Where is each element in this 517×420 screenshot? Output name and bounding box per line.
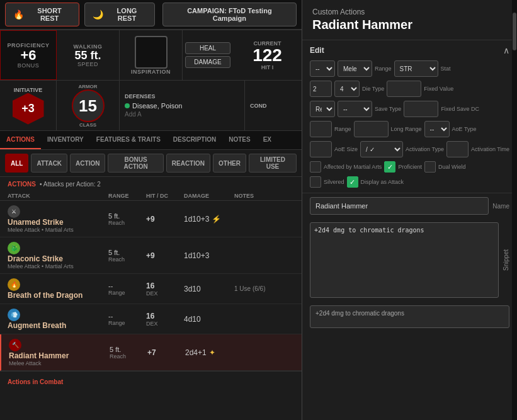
action-hit: 16 xyxy=(146,312,184,321)
attack-type-select-2[interactable]: Mele xyxy=(338,60,372,77)
initiative-label: INITIATIVE xyxy=(14,87,42,93)
action-hit-cell: 16 DEX xyxy=(146,312,184,327)
filter-all[interactable]: ALL xyxy=(5,154,28,173)
tab-description[interactable]: DESCRIPTION xyxy=(167,131,222,149)
filter-other[interactable]: OTHER xyxy=(213,154,246,173)
long-rest-button[interactable]: 🌙 LONG REST xyxy=(84,3,155,26)
action-icon: ⚔ xyxy=(8,205,20,218)
table-row[interactable]: 🔨 Radiant Hammer Melee Attack 5 ft. Reac… xyxy=(0,334,302,371)
proficient-checkbox[interactable]: ✓ xyxy=(384,161,395,173)
collapse-button[interactable]: ∧ xyxy=(503,45,509,55)
defense-text: Disease, Poison xyxy=(132,102,183,110)
action-range: 5 ft. xyxy=(110,346,147,353)
activation-time-input[interactable] xyxy=(446,141,469,157)
action-name: Breath of the Dragon xyxy=(8,291,108,300)
action-damage: 2d4+1 ✦ xyxy=(185,348,236,357)
die-type-select[interactable]: 4 xyxy=(334,81,360,97)
fixed-value-label: Fixed Value xyxy=(424,86,453,92)
armor-class-label: CLASS xyxy=(79,122,96,128)
long-range-label: Long Range xyxy=(391,126,422,132)
table-row[interactable]: ⚔ Unarmed Strike Melee Attack • Martial … xyxy=(0,201,302,237)
filter-action[interactable]: ACTION xyxy=(70,154,105,173)
table-row[interactable]: 🐉 Draconic Strike Melee Attack • Martial… xyxy=(0,237,302,274)
fixed-save-dc-input[interactable] xyxy=(404,101,438,117)
stat-select[interactable]: STR xyxy=(394,60,438,77)
action-range-cell: 5 ft. Reach xyxy=(108,212,146,226)
actions-title: ACTIONS xyxy=(8,181,36,188)
table-row[interactable]: 💨 Augment Breath -- Range 16 DEX 4d10 xyxy=(0,304,302,334)
action-name-cell: 💨 Augment Breath xyxy=(8,308,108,330)
save-type-select[interactable]: -- xyxy=(338,101,372,117)
form-row-martial: Affected by Martial Arts ✓ Proficient Du… xyxy=(310,161,509,173)
damage-button[interactable]: DAMAGE xyxy=(185,56,230,68)
action-range: -- xyxy=(108,312,146,320)
action-name-cell: ⚔ Unarmed Strike Melee Attack • Martial … xyxy=(8,205,108,233)
moon-icon: 🌙 xyxy=(93,9,103,20)
display-as-attack-checkbox[interactable]: ✓ xyxy=(347,176,358,188)
proficiency-value: +6 xyxy=(20,48,36,62)
form-grid: -- Mele Range STR Stat xyxy=(310,60,509,188)
form-row-dice: 4 Die Type Fixed Value xyxy=(310,81,509,97)
initiative-box: INITIATIVE +3 xyxy=(0,81,57,130)
current-hp-box: CURRENT 122 HIT I xyxy=(233,38,302,73)
attack-type-select-1[interactable]: -- xyxy=(310,60,335,77)
armor-value: 15 xyxy=(72,89,105,122)
aoe-type-label: AoE Type xyxy=(452,126,477,132)
filter-limited-use[interactable]: LIMITED USE xyxy=(249,154,297,173)
filter-bonus-action[interactable]: BONUS ACTION xyxy=(108,154,163,173)
col-damage: DAMAGE xyxy=(184,193,234,199)
action-hit-sub: DEX xyxy=(146,290,184,297)
silvered-checkbox[interactable] xyxy=(310,176,321,188)
action-icon: 🔨 xyxy=(9,339,21,351)
armor-label: ARMOR xyxy=(78,84,97,89)
tab-extra[interactable]: EX xyxy=(257,131,278,149)
fixed-save-dc-label: Fixed Save DC xyxy=(441,106,479,112)
action-name-cell: 🔥 Breath of the Dragon xyxy=(8,278,108,300)
inspiration-box: INSPIRATION xyxy=(120,30,183,80)
long-range-input[interactable] xyxy=(354,121,389,137)
aoe-size-input[interactable] xyxy=(310,141,332,157)
filter-reaction[interactable]: REACTION xyxy=(166,154,210,173)
action-range-cell: -- Range xyxy=(108,282,146,296)
action-subtitle: Melee Attack xyxy=(9,360,110,366)
fixed-value-input[interactable] xyxy=(387,81,421,97)
notes-preview: +2d4 dmg to chromatic dragons xyxy=(310,305,509,328)
form-row-range: Range Long Range -- AoE Type xyxy=(310,121,509,137)
action-damage: 4d10 xyxy=(184,315,234,324)
hit-label: HIT I xyxy=(261,64,274,71)
action-subtitle: Melee Attack • Martial Arts xyxy=(8,227,108,233)
form-row-damage: Re -- Save Type Fixed Save DC xyxy=(310,101,509,117)
conditions-title: COND xyxy=(250,103,297,109)
filter-attack[interactable]: ATTACK xyxy=(31,154,67,173)
walking-box: WALKING 55 ft. SPEED xyxy=(57,30,120,80)
panel-title: Radiant Hammer xyxy=(312,18,507,32)
table-row[interactable]: 🔥 Breath of the Dragon -- Range 16 DEX 3… xyxy=(0,274,302,304)
aoe-type-select[interactable]: -- xyxy=(424,121,450,137)
action-icon: 💨 xyxy=(8,309,20,321)
tab-inventory[interactable]: INVENTORY xyxy=(41,131,90,149)
campaign-button[interactable]: CAMPAIGN: FToD Testing Campaign xyxy=(162,3,297,26)
action-name: Unarmed Strike xyxy=(8,218,108,227)
tab-notes[interactable]: NOTES xyxy=(222,131,256,149)
damage-type-select[interactable]: Re xyxy=(310,101,335,117)
tab-features-traits[interactable]: FEATURES & TRAITS xyxy=(90,131,167,149)
action-range: 5 ft. xyxy=(108,212,146,220)
name-input[interactable] xyxy=(310,197,489,215)
combat-title: Actions in Combat xyxy=(8,378,63,385)
scrollbar[interactable] xyxy=(512,0,517,420)
dice-count-input[interactable] xyxy=(310,81,332,97)
range-input[interactable] xyxy=(310,121,332,137)
dual-wield-checkbox[interactable] xyxy=(424,161,436,173)
snippet-label: Snippet xyxy=(503,249,509,271)
short-rest-button[interactable]: 🔥 SHORT REST xyxy=(5,3,79,26)
add-defense-button[interactable]: Add A xyxy=(125,111,239,118)
martial-arts-checkbox[interactable] xyxy=(310,161,321,173)
col-hit: HIT / DC xyxy=(146,193,184,199)
tab-actions[interactable]: ACTIONS xyxy=(0,131,41,149)
current-hp-value: 122 xyxy=(253,47,282,64)
save-type-label: Save Type xyxy=(375,106,401,112)
heal-button[interactable]: HEAL xyxy=(185,42,230,54)
actions-section: ACTIONS • Attacks per Action: 2 ATTACK R… xyxy=(0,177,302,420)
activation-type-select[interactable]: / ✓ xyxy=(360,141,403,157)
snippet-textarea[interactable]: +2d4 dmg to chromatic dragons xyxy=(310,222,499,298)
